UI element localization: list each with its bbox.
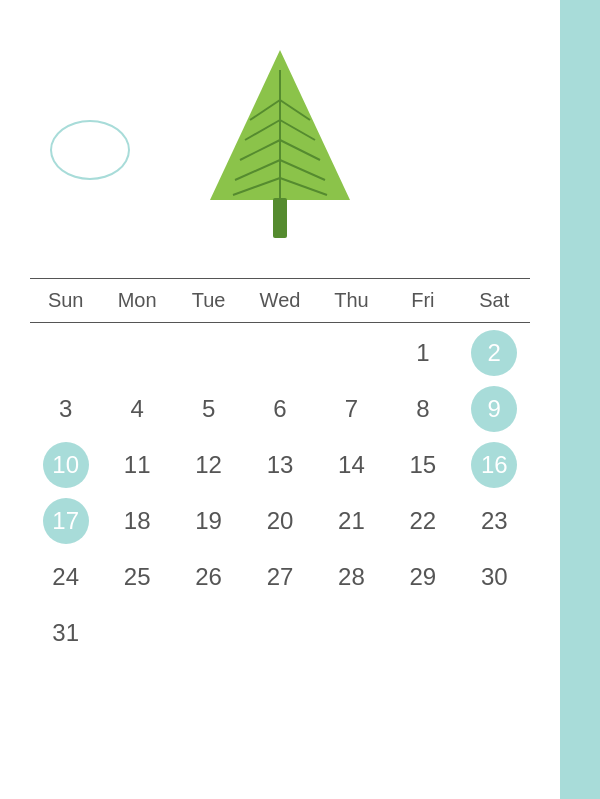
cal-cell: 24 (30, 551, 101, 603)
cal-cell: 19 (173, 495, 244, 547)
cal-cell: 26 (173, 551, 244, 603)
christmas-tree (195, 40, 365, 260)
cal-cell (316, 607, 387, 659)
cal-cell: 10 (43, 442, 89, 488)
toefl-stamp (50, 120, 130, 180)
day-name-tue: Tue (173, 283, 244, 318)
cal-cell: 28 (316, 551, 387, 603)
day-name-sun: Sun (30, 283, 101, 318)
cal-cell: 27 (244, 551, 315, 603)
svg-rect-12 (273, 198, 287, 238)
cal-cell: 23 (459, 495, 530, 547)
cal-cell: 8 (387, 383, 458, 435)
cal-cell: 4 (101, 383, 172, 435)
cal-cell: 5 (173, 383, 244, 435)
calendar-divider (30, 278, 530, 279)
cal-cell (173, 607, 244, 659)
day-name-wed: Wed (244, 283, 315, 318)
sidebar (560, 0, 600, 799)
cal-cell (387, 607, 458, 659)
cal-cell (316, 327, 387, 379)
top-section (30, 40, 530, 260)
cal-cell: 15 (387, 439, 458, 491)
cal-cell: 6 (244, 383, 315, 435)
cal-cell: 17 (43, 498, 89, 544)
cal-cell: 22 (387, 495, 458, 547)
cal-cell: 29 (387, 551, 458, 603)
cal-cell: 31 (30, 607, 101, 659)
calendar-grid: SunMonTueWedThuFriSat 123456789101112131… (30, 283, 530, 659)
cal-cell (101, 607, 172, 659)
calendar-body: 1234567891011121314151617181920212223242… (30, 327, 530, 659)
cal-cell: 9 (471, 386, 517, 432)
main-content: SunMonTueWedThuFriSat 123456789101112131… (0, 0, 560, 799)
cal-cell: 25 (101, 551, 172, 603)
day-name-fri: Fri (387, 283, 458, 318)
cal-cell (173, 327, 244, 379)
cal-cell: 3 (30, 383, 101, 435)
cal-cell: 12 (173, 439, 244, 491)
day-name-thu: Thu (316, 283, 387, 318)
cal-cell: 1 (387, 327, 458, 379)
cal-cell: 14 (316, 439, 387, 491)
cal-cell: 18 (101, 495, 172, 547)
cal-cell: 30 (459, 551, 530, 603)
cal-cell (244, 607, 315, 659)
tree-svg (195, 40, 365, 260)
cal-cell: 11 (101, 439, 172, 491)
cal-cell (459, 607, 530, 659)
cal-cell (101, 327, 172, 379)
cal-cell: 16 (471, 442, 517, 488)
cal-cell: 21 (316, 495, 387, 547)
day-name-sat: Sat (459, 283, 530, 318)
cal-cell: 20 (244, 495, 315, 547)
cal-cell (244, 327, 315, 379)
cal-cell: 13 (244, 439, 315, 491)
cal-cell (30, 327, 101, 379)
day-name-mon: Mon (101, 283, 172, 318)
cal-cell: 7 (316, 383, 387, 435)
cal-cell: 2 (471, 330, 517, 376)
calendar-header: SunMonTueWedThuFriSat (30, 283, 530, 323)
